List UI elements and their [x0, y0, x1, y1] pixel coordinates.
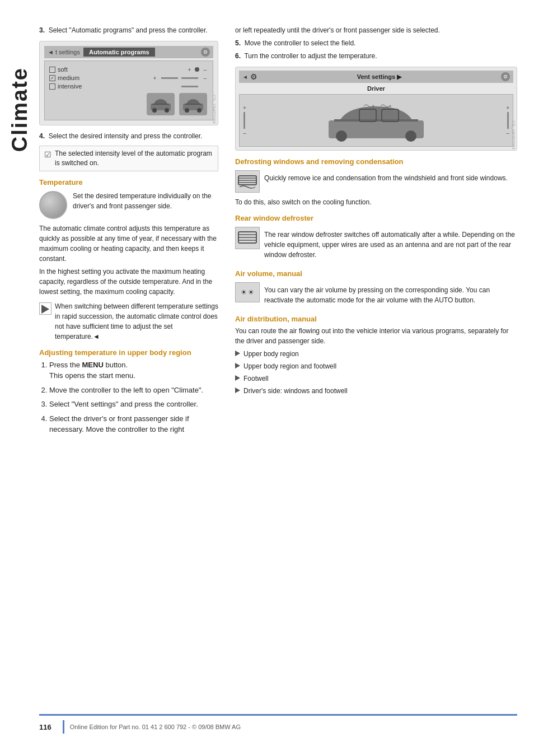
- triangle-icon: [41, 305, 49, 314]
- temperature-icon: [39, 191, 67, 219]
- sun-icon-2: ☀: [248, 288, 254, 296]
- rear-defroster-heading: Rear window defroster: [235, 214, 517, 222]
- adjusting-step-4: Select the driver's or front passenger s…: [49, 413, 218, 435]
- temperature-intro: Set the desired temperature individually…: [39, 191, 218, 219]
- page-number: 116: [39, 723, 51, 731]
- defrost-icon-box: [235, 170, 260, 193]
- defrost-icon: [237, 171, 257, 192]
- sun-icon-1: ☀: [241, 288, 247, 296]
- adjusting-step-1: Press the MENU button.This opens the sta…: [49, 360, 218, 381]
- step-4-text: 4. Select the desired intensity and pres…: [39, 131, 218, 141]
- soft-minus[interactable]: –: [202, 67, 208, 73]
- vent-settings-icon: ⚙: [250, 72, 257, 81]
- air-volume-description: You can vary the air volume by pressing …: [264, 285, 517, 305]
- defrost-heading: Defrosting windows and removing condensa…: [235, 157, 517, 166]
- vent-arrow-left: ◄: [242, 74, 248, 80]
- vent-subtitle: Driver: [239, 85, 513, 92]
- adjusting-step-2: Move the controller to the left to open …: [49, 385, 218, 396]
- defrost-description: Quickly remove ice and condensation from…: [264, 173, 508, 183]
- air-volume-heading: Air volume, manual: [235, 269, 517, 278]
- ui-header-left: ◄ t settings: [48, 49, 80, 55]
- ui-screenshot-1: ◄ t settings Automatic programs ⚙ soft +…: [39, 41, 218, 125]
- soft-plus[interactable]: +: [186, 67, 193, 73]
- medium-plus[interactable]: +: [152, 75, 158, 81]
- ui-header-title: Automatic programs: [83, 48, 155, 57]
- svg-point-2: [165, 108, 169, 113]
- soft-row: soft + –: [49, 66, 208, 73]
- bullet-icon-2: [235, 363, 240, 368]
- intensive-checkbox[interactable]: [49, 83, 55, 90]
- triangle-note-text: When switching between different tempera…: [55, 301, 218, 342]
- bullet-item-3: Footwell: [235, 374, 517, 384]
- intensity-note: ☑ The selected intensity level of the au…: [39, 146, 218, 171]
- svg-point-6: [197, 108, 202, 113]
- vent-header-icon: ⚙: [501, 72, 510, 81]
- vent-right-bar: [507, 112, 509, 129]
- main-content: 3. Select "Automatic programs" and press…: [39, 22, 534, 734]
- bullet-item-1: Upper body region: [235, 349, 517, 359]
- cars-row: [49, 92, 208, 116]
- rear-defroster-text: The rear window defroster switches off a…: [264, 227, 517, 263]
- rear-defroster-section: The rear window defroster switches off a…: [235, 227, 517, 263]
- air-volume-text: You can vary the air volume by pressing …: [264, 282, 517, 308]
- rear-defroster-icon: [237, 228, 257, 248]
- rear-defroster-icon-box: [235, 227, 260, 249]
- air-volume-section: ☀ ☀ You can vary the air volume by press…: [235, 282, 517, 308]
- defrost-note: To do this, also switch on the cooling f…: [235, 197, 517, 207]
- vent-controls-row: + –: [243, 98, 509, 143]
- step-3-text: 3. Select "Automatic programs" and press…: [39, 25, 218, 35]
- defrost-section: Quickly remove ice and condensation from…: [235, 170, 517, 193]
- bullet-icon-3: [235, 375, 240, 381]
- temp-text-2: In the highest setting you activate the …: [39, 267, 218, 297]
- bullet-item-4: Driver's side: windows and footwell: [235, 386, 517, 396]
- svg-point-5: [185, 108, 189, 113]
- vent-header: ◄ ⚙ Vent settings ▶ ⚙: [239, 71, 513, 83]
- medium-label: medium: [58, 74, 149, 81]
- ui-content-1: soft + – medium +: [44, 60, 213, 120]
- medium-minus[interactable]: –: [202, 75, 208, 81]
- vent-title: Vent settings ▶: [260, 73, 499, 81]
- air-distribution-list: Upper body region Upper body region and …: [235, 349, 517, 396]
- sidebar: Climate: [0, 22, 39, 734]
- vent-right-controls: + –: [506, 105, 509, 136]
- left-column: 3. Select "Automatic programs" and press…: [39, 22, 229, 734]
- adjusting-steps: Press the MENU button.This opens the sta…: [39, 360, 218, 435]
- vent-controls: + –: [239, 94, 513, 147]
- vent-left-controls: + –: [243, 105, 246, 136]
- adjusting-heading: Adjusting temperature in upper body regi…: [39, 348, 218, 357]
- svg-point-1: [152, 108, 157, 113]
- step-5-text: 5. Move the controller to select the fie…: [235, 38, 517, 48]
- intensive-row: intensive + –: [49, 83, 208, 90]
- vent-left-plus: +: [243, 105, 246, 111]
- checkmark-icon: ☑: [44, 150, 51, 161]
- soft-dot: [195, 67, 199, 72]
- temperature-intro-text: Set the desired temperature individually…: [73, 191, 218, 211]
- medium-checkbox[interactable]: [49, 75, 55, 81]
- step-6-text: 6. Turn the controller to adjust the tem…: [235, 51, 517, 61]
- car-icon-1: [147, 93, 175, 115]
- air-distribution-heading: Air distribution, manual: [235, 315, 517, 323]
- medium-row: medium + –: [49, 74, 208, 81]
- temperature-heading: Temperature: [39, 178, 218, 186]
- intensive-label: intensive: [58, 83, 170, 90]
- vent-screenshot: ◄ ⚙ Vent settings ▶ ⚙ Driver +: [235, 67, 517, 151]
- watermark-2: CS_1B457064: [511, 120, 516, 150]
- bullet-item-2: Upper body region and footwell: [235, 361, 517, 371]
- soft-checkbox[interactable]: [49, 67, 55, 73]
- vent-right-minus: –: [506, 130, 509, 136]
- page-footer: 116 Online Edition for Part no. 01 41 2 …: [39, 714, 517, 734]
- air-volume-icon-box: ☀ ☀: [235, 282, 260, 302]
- vent-left-bar: [243, 112, 245, 129]
- triangle-note: When switching between different tempera…: [39, 301, 218, 342]
- vent-left-minus: –: [243, 130, 246, 136]
- soft-label: soft: [58, 66, 184, 73]
- vent-car-svg: + +: [326, 98, 427, 143]
- svg-rect-3: [152, 104, 169, 105]
- bullet-icon-1: [235, 351, 240, 356]
- ui-settings-icon: ⚙: [201, 48, 210, 57]
- defrost-text: Quickly remove ice and condensation from…: [264, 170, 508, 186]
- footer-text: Online Edition for Part no. 01 41 2 600 …: [70, 724, 241, 730]
- step-cont-text: or left repeatedly until the driver's or…: [235, 25, 517, 35]
- footer-divider: [63, 720, 64, 734]
- vent-right-plus: +: [506, 105, 509, 111]
